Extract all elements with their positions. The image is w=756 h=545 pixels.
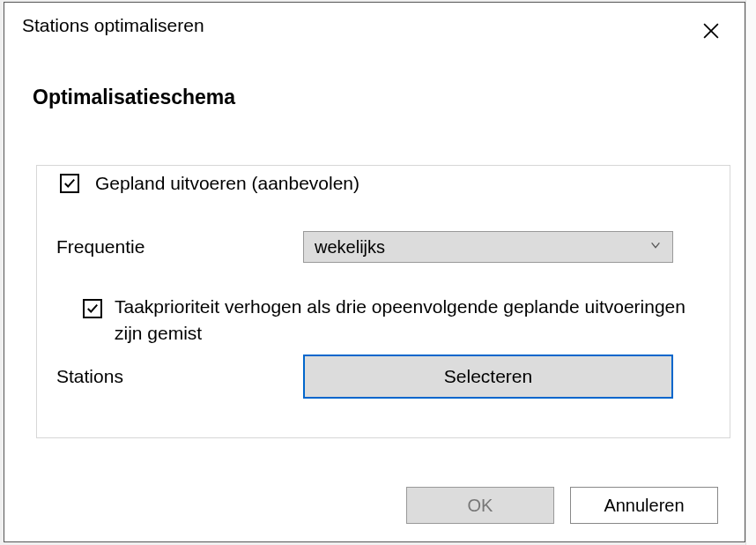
- checkmark-icon: [63, 177, 76, 190]
- schedule-group: Gepland uitvoeren (aanbevolen) Frequenti…: [36, 165, 730, 438]
- dialog-title: Stations optimaliseren: [22, 15, 204, 36]
- chevron-down-icon: [649, 239, 662, 255]
- close-button[interactable]: [699, 19, 723, 43]
- frequency-dropdown[interactable]: wekelijks: [303, 231, 673, 263]
- scheduled-run-checkbox[interactable]: [60, 174, 79, 193]
- priority-checkbox[interactable]: [83, 299, 102, 318]
- scheduled-run-label: Gepland uitvoeren (aanbevolen): [95, 173, 359, 194]
- priority-label: Taakprioriteit verhogen als drie opeenvo…: [115, 294, 700, 347]
- section-heading: Optimalisatieschema: [33, 86, 745, 109]
- priority-row: Taakprioriteit verhogen als drie opeenvo…: [83, 294, 700, 347]
- stations-label: Stations: [56, 366, 303, 387]
- background-edge: [745, 0, 756, 545]
- close-icon: [703, 23, 719, 39]
- cancel-label: Annuleren: [604, 496, 684, 516]
- checkmark-icon: [86, 302, 99, 315]
- ok-button[interactable]: OK: [406, 487, 554, 524]
- dialog-footer: OK Annuleren: [406, 487, 718, 524]
- frequency-row: Frequentie wekelijks: [56, 231, 708, 263]
- optimize-drives-dialog: Stations optimaliseren Optimalisatiesche…: [4, 2, 745, 542]
- scheduled-run-row: Gepland uitvoeren (aanbevolen): [60, 173, 368, 194]
- titlebar: Stations optimaliseren: [4, 3, 745, 43]
- frequency-value: wekelijks: [315, 237, 385, 258]
- select-button-label: Selecteren: [444, 366, 532, 387]
- cancel-button[interactable]: Annuleren: [570, 487, 718, 524]
- stations-row: Stations Selecteren: [56, 355, 708, 399]
- select-stations-button[interactable]: Selecteren: [303, 355, 673, 399]
- ok-label: OK: [468, 496, 493, 516]
- frequency-label: Frequentie: [56, 236, 303, 258]
